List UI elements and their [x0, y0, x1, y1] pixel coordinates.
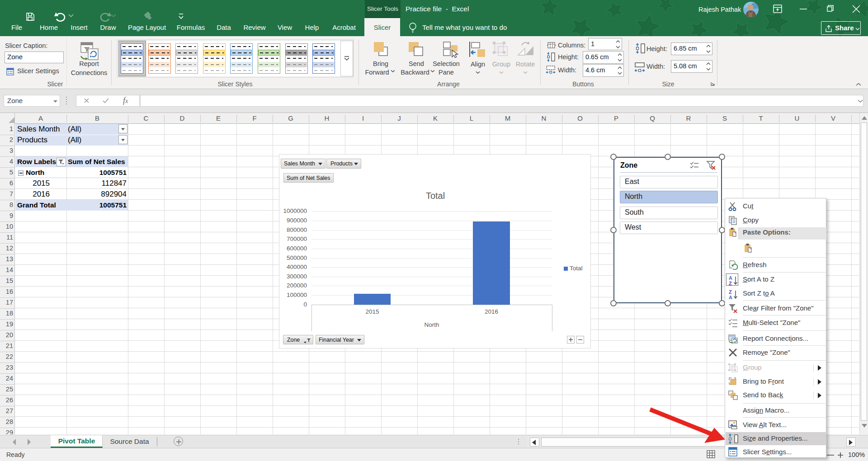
svg-text:A: A: [729, 275, 732, 281]
svg-text:Z: Z: [729, 281, 732, 286]
svg-text:Z: Z: [729, 289, 732, 295]
svg-text:A: A: [729, 295, 732, 300]
